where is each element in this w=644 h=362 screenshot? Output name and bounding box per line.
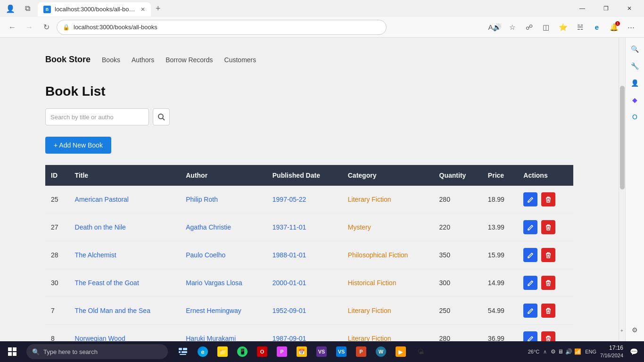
edit-button[interactable] xyxy=(523,220,537,234)
cell-title: The Old Man and the Sea xyxy=(69,297,181,325)
delete-button[interactable] xyxy=(541,220,555,234)
close-button[interactable]: ✕ xyxy=(619,2,640,15)
taskbar-search-text: Type here to search xyxy=(43,348,98,355)
systray-icons: ⚙ 🖥 🔊 📶 xyxy=(551,348,581,355)
cell-quantity: 280 xyxy=(434,186,482,214)
dev-tool-icon[interactable]: P xyxy=(272,342,291,361)
maximize-button[interactable]: ❐ xyxy=(595,2,617,15)
cell-date: 1997-05-22 xyxy=(267,186,342,214)
svg-rect-20 xyxy=(179,351,181,353)
cell-quantity: 350 xyxy=(434,241,482,269)
cell-author: Mario Vargas Llosa xyxy=(180,269,267,297)
start-button[interactable] xyxy=(4,343,21,360)
edge-icon[interactable]: e xyxy=(589,20,604,35)
settings-icon[interactable]: ⚙ xyxy=(627,322,643,337)
svg-point-0 xyxy=(158,114,163,119)
cell-actions xyxy=(518,269,573,297)
search-input[interactable] xyxy=(45,108,149,125)
search-container xyxy=(45,108,573,125)
vs2-icon[interactable]: VS xyxy=(332,342,351,361)
navbar: Book Store Books Authors Borrow Records … xyxy=(45,47,573,73)
taskbar-search[interactable]: 🔍 Type here to search xyxy=(26,344,168,359)
cell-category: Philosophical Fiction xyxy=(342,241,434,269)
cell-quantity: 220 xyxy=(434,214,482,241)
cell-category: Literary Fiction xyxy=(342,325,434,342)
split-screen-button[interactable]: ◫ xyxy=(538,20,553,35)
nav-customers[interactable]: Customers xyxy=(224,56,256,64)
scrollbar-add-btn[interactable]: + xyxy=(619,327,625,334)
back-button[interactable]: ← xyxy=(6,21,19,34)
new-tab-button[interactable]: + xyxy=(151,1,165,16)
delete-button[interactable] xyxy=(541,331,555,341)
task-view-button[interactable] xyxy=(173,342,192,361)
refresh-button[interactable]: ↻ xyxy=(40,21,53,34)
profile-icon[interactable]: 👤 xyxy=(4,2,17,15)
extension-1-icon[interactable]: 🔧 xyxy=(627,58,643,74)
forward-button[interactable]: → xyxy=(23,21,36,34)
cell-author: Haruki Murakami xyxy=(180,325,267,342)
reader-view-button[interactable]: ☍ xyxy=(521,20,537,35)
favorites-button[interactable]: ☆ xyxy=(504,20,520,35)
badge-icon[interactable]: 🔔 1 xyxy=(606,20,621,35)
cell-actions xyxy=(518,241,573,269)
cell-actions xyxy=(518,325,573,342)
col-id: ID xyxy=(45,165,69,186)
outlook-taskbar-icon[interactable]: O xyxy=(253,342,272,361)
address-bar[interactable]: 🔒 localhost:3000/books/all-books xyxy=(57,20,387,35)
vscode-icon[interactable]: VS xyxy=(312,342,331,361)
col-quantity: Quantity xyxy=(434,165,482,186)
table-row: 30 The Feast of the Goat Mario Vargas Ll… xyxy=(45,269,573,297)
col-title: Title xyxy=(69,165,181,186)
vlc-icon[interactable]: ▶ xyxy=(391,342,410,361)
edit-button[interactable] xyxy=(523,192,537,206)
delete-button[interactable] xyxy=(541,248,555,262)
delete-button[interactable] xyxy=(541,304,555,318)
delete-button[interactable] xyxy=(541,192,555,206)
cell-actions xyxy=(518,214,573,241)
copilot-icon[interactable]: ◆ xyxy=(627,92,643,107)
favorites-sidebar-button[interactable]: ⭐ xyxy=(555,20,570,35)
table-row: 28 The Alchemist Paulo Coelho 1988-01-01… xyxy=(45,241,573,269)
svg-rect-21 xyxy=(182,351,187,353)
minimize-button[interactable]: — xyxy=(571,2,593,15)
outlook-icon[interactable]: O xyxy=(627,109,643,124)
edge-taskbar-icon[interactable]: e xyxy=(193,342,212,361)
brand-logo[interactable]: Book Store xyxy=(45,55,91,65)
nav-authors[interactable]: Authors xyxy=(132,56,154,64)
cell-category: Literary Fiction xyxy=(342,186,434,214)
wordpress-icon[interactable]: W xyxy=(372,342,390,361)
file-explorer-icon[interactable]: 📁 xyxy=(213,342,232,361)
collections-button[interactable]: ☵ xyxy=(572,20,587,35)
delete-button[interactable] xyxy=(541,276,555,290)
edit-button[interactable] xyxy=(523,304,537,318)
search-button[interactable] xyxy=(153,108,170,125)
add-new-book-button[interactable]: + Add New Book xyxy=(45,137,111,154)
read-aloud-button[interactable]: A🔊 xyxy=(487,20,503,35)
menu-button[interactable]: ⋯ xyxy=(623,20,638,35)
table-row: 25 American Pastoral Philip Roth 1997-05… xyxy=(45,186,573,214)
magnifier-icon[interactable]: 🔍 xyxy=(627,41,643,57)
calendar-icon[interactable]: 📅 xyxy=(292,342,311,361)
weather-icon[interactable]: 🌤 xyxy=(411,342,430,361)
url-display: localhost:3000/books/all-books xyxy=(74,24,380,31)
book-table: ID Title Author Published Date Category … xyxy=(45,165,573,341)
scrollbar-thumb[interactable] xyxy=(620,86,625,189)
powerpoint-icon[interactable]: P xyxy=(352,342,371,361)
active-tab[interactable]: B localhost:3000/books/all-books ✕ xyxy=(38,2,151,16)
edit-button[interactable] xyxy=(523,276,537,290)
collections-icon[interactable]: ⧉ xyxy=(21,2,34,15)
nav-books[interactable]: Books xyxy=(102,56,120,64)
notification-button[interactable]: 💬 xyxy=(627,345,640,358)
extension-2-icon[interactable]: 👤 xyxy=(627,75,643,90)
edit-button[interactable] xyxy=(523,331,537,341)
nav-borrow-records[interactable]: Borrow Records xyxy=(165,56,213,64)
tab-close-button[interactable]: ✕ xyxy=(140,6,145,13)
clock: 17:16 xyxy=(600,344,623,352)
date-display: 7/16/2024 xyxy=(600,352,623,359)
edit-button[interactable] xyxy=(523,248,537,262)
lang-display: ENG xyxy=(585,349,596,354)
time-display[interactable]: 17:16 7/16/2024 xyxy=(600,344,623,359)
whatsapp-icon[interactable]: 📱 xyxy=(233,342,252,361)
cell-price: 18.99 xyxy=(482,186,518,214)
svg-rect-22 xyxy=(180,354,186,355)
